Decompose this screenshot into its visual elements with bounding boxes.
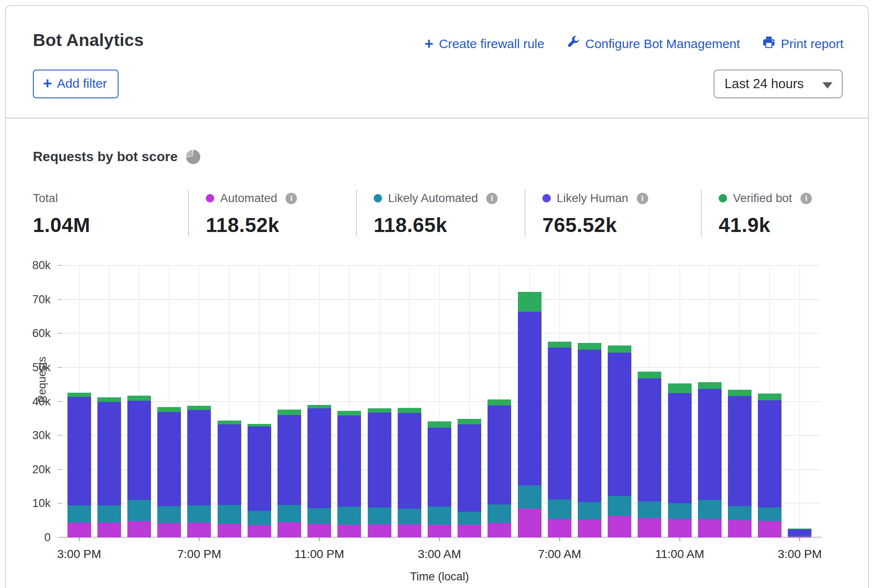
bar-segment-verified-bot[interactable] <box>518 292 542 312</box>
bar-segment-likely-human[interactable] <box>187 410 211 505</box>
bar-segment-likely-human[interactable] <box>307 408 331 508</box>
bar-segment-automated[interactable] <box>127 521 151 537</box>
bar-segment-likely-automated[interactable] <box>337 507 361 525</box>
bar-segment-likely-human[interactable] <box>218 424 241 504</box>
bar-segment-automated[interactable] <box>488 523 511 537</box>
bar-segment-verified-bot[interactable] <box>337 411 361 415</box>
bar-segment-likely-automated[interactable] <box>578 502 601 520</box>
bar-segment-automated[interactable] <box>157 523 181 537</box>
bar-segment-automated[interactable] <box>307 524 331 537</box>
bar-segment-likely-human[interactable] <box>278 415 301 505</box>
bar-segment-automated[interactable] <box>458 525 481 537</box>
bar-segment-likely-human[interactable] <box>488 405 511 504</box>
bar-segment-likely-automated[interactable] <box>278 505 301 522</box>
bar-segment-likely-human[interactable] <box>97 402 121 505</box>
bar-segment-likely-human[interactable] <box>668 393 692 503</box>
bar-segment-automated[interactable] <box>758 521 781 538</box>
bar-segment-likely-automated[interactable] <box>488 504 511 523</box>
bar-segment-automated[interactable] <box>698 519 722 537</box>
bar-segment-likely-automated[interactable] <box>638 502 661 518</box>
bar-segment-likely-human[interactable] <box>398 413 421 509</box>
bar-segment-verified-bot[interactable] <box>428 421 451 428</box>
bar-segment-automated[interactable] <box>548 519 571 537</box>
bar-segment-likely-automated[interactable] <box>218 505 241 524</box>
bar-segment-automated[interactable] <box>278 522 301 537</box>
bar-segment-likely-human[interactable] <box>698 389 722 500</box>
bar-segment-likely-human[interactable] <box>67 397 91 505</box>
bar-segment-likely-human[interactable] <box>248 426 271 511</box>
bar-segment-verified-bot[interactable] <box>488 399 511 405</box>
bar-segment-likely-automated[interactable] <box>698 500 722 519</box>
bar-segment-likely-automated[interactable] <box>458 512 481 525</box>
bar-segment-likely-automated[interactable] <box>187 505 211 522</box>
bar-segment-likely-automated[interactable] <box>248 511 271 525</box>
bar-segment-automated[interactable] <box>248 525 271 537</box>
info-icon[interactable]: i <box>800 193 812 204</box>
bar-segment-likely-automated[interactable] <box>518 486 542 509</box>
bar-segment-verified-bot[interactable] <box>218 421 241 424</box>
bar-segment-likely-automated[interactable] <box>668 503 692 519</box>
info-icon[interactable]: i <box>637 193 648 204</box>
bar-segment-likely-human[interactable] <box>127 401 151 500</box>
print-report-link[interactable]: Print report <box>762 35 843 52</box>
bar-segment-verified-bot[interactable] <box>548 342 571 348</box>
bar-segment-automated[interactable] <box>668 519 692 537</box>
timeframe-select[interactable]: Last 24 hours <box>714 70 843 98</box>
create-firewall-rule-link[interactable]: + Create firewall rule <box>425 36 544 51</box>
bar-segment-verified-bot[interactable] <box>788 529 811 529</box>
bar-segment-likely-human[interactable] <box>368 413 391 507</box>
bar-segment-verified-bot[interactable] <box>728 390 752 396</box>
bar-segment-automated[interactable] <box>428 525 451 537</box>
bar-segment-likely-automated[interactable] <box>608 496 631 516</box>
configure-bot-management-link[interactable]: Configure Bot Management <box>566 35 740 52</box>
bar-segment-likely-human[interactable] <box>638 378 661 502</box>
bar-segment-likely-automated[interactable] <box>398 509 421 524</box>
bar-segment-automated[interactable] <box>97 523 121 537</box>
bar-segment-likely-human[interactable] <box>548 348 571 499</box>
bar-segment-likely-human[interactable] <box>458 424 481 512</box>
bar-segment-likely-automated[interactable] <box>307 508 331 524</box>
bar-segment-likely-automated[interactable] <box>67 505 91 522</box>
bar-segment-likely-automated[interactable] <box>157 506 181 523</box>
bar-segment-verified-bot[interactable] <box>698 382 722 388</box>
bar-segment-likely-automated[interactable] <box>758 507 781 521</box>
bar-segment-likely-human[interactable] <box>428 428 451 507</box>
bar-segment-likely-human[interactable] <box>758 400 781 507</box>
bar-segment-likely-automated[interactable] <box>548 499 571 519</box>
bar-segment-verified-bot[interactable] <box>398 408 421 413</box>
bar-segment-automated[interactable] <box>398 524 421 537</box>
bar-segment-likely-automated[interactable] <box>127 500 151 521</box>
bar-segment-verified-bot[interactable] <box>368 408 391 413</box>
bar-segment-likely-automated[interactable] <box>368 507 391 524</box>
bar-segment-likely-human[interactable] <box>608 353 631 496</box>
add-filter-button[interactable]: + Add filter <box>33 70 119 98</box>
bar-segment-automated[interactable] <box>578 520 601 537</box>
bar-segment-verified-bot[interactable] <box>187 406 211 410</box>
bar-segment-likely-automated[interactable] <box>728 506 752 520</box>
bar-segment-automated[interactable] <box>218 524 241 537</box>
bar-segment-verified-bot[interactable] <box>758 394 781 400</box>
bar-segment-verified-bot[interactable] <box>307 405 331 408</box>
bar-segment-verified-bot[interactable] <box>67 393 91 397</box>
bar-segment-automated[interactable] <box>638 518 661 537</box>
bar-segment-verified-bot[interactable] <box>127 396 151 401</box>
bar-segment-automated[interactable] <box>368 524 391 537</box>
bar-segment-automated[interactable] <box>518 509 542 537</box>
bar-segment-verified-bot[interactable] <box>458 419 481 424</box>
bar-segment-verified-bot[interactable] <box>248 424 271 426</box>
bar-segment-automated[interactable] <box>187 523 211 537</box>
info-icon[interactable]: i <box>486 193 498 204</box>
bar-segment-likely-human[interactable] <box>788 529 811 536</box>
bar-segment-likely-human[interactable] <box>157 412 181 506</box>
bar-segment-automated[interactable] <box>728 520 752 537</box>
bar-segment-automated[interactable] <box>608 516 631 537</box>
bar-segment-likely-human[interactable] <box>578 350 601 502</box>
bar-segment-verified-bot[interactable] <box>278 410 301 415</box>
bar-segment-verified-bot[interactable] <box>638 372 661 378</box>
bar-segment-automated[interactable] <box>67 523 91 537</box>
bar-segment-likely-human[interactable] <box>728 396 752 506</box>
bar-segment-verified-bot[interactable] <box>578 343 601 350</box>
bar-segment-automated[interactable] <box>337 525 361 537</box>
bar-segment-verified-bot[interactable] <box>668 383 692 393</box>
bar-segment-likely-human[interactable] <box>518 312 542 486</box>
